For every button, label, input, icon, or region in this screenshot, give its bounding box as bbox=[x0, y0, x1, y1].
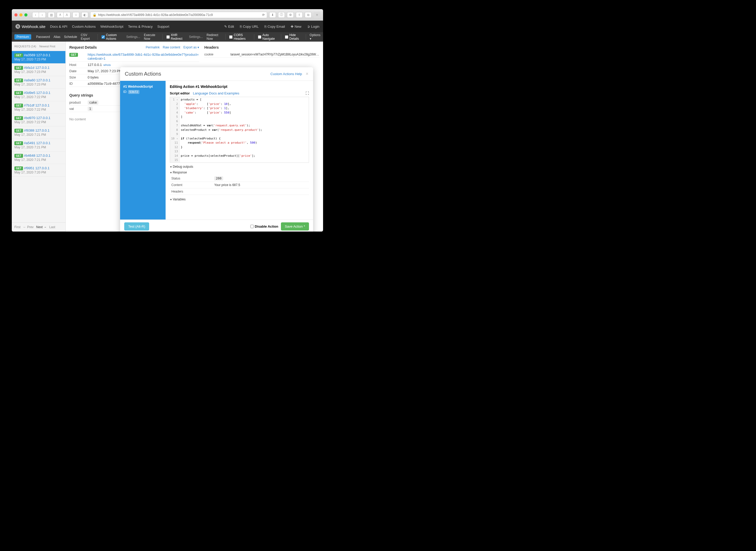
settings-icon[interactable]: ⚙ bbox=[287, 12, 294, 18]
permalink-link[interactable]: Permalink bbox=[146, 45, 160, 49]
whois-link[interactable]: whois bbox=[103, 63, 111, 66]
auto-navigate-toggle[interactable]: Auto Navigate bbox=[258, 33, 277, 41]
response-toggle[interactable]: Response bbox=[170, 170, 309, 174]
request-url[interactable]: https://webhook.site/673a4899-3db1-4d1c-… bbox=[88, 53, 199, 60]
redirect-now-link[interactable]: Redirect Now bbox=[207, 33, 222, 41]
request-item[interactable]: GET#a9a60 127.0.0.1May 17, 2020 7:23 PM bbox=[12, 76, 65, 89]
request-item[interactable]: GET#f8388 127.0.0.1May 17, 2020 7:21 PM bbox=[12, 126, 65, 139]
nav-forward-button[interactable]: › bbox=[39, 12, 46, 18]
reload-icon[interactable]: ⟳ bbox=[262, 13, 265, 17]
share-icon[interactable]: ⇪ bbox=[296, 12, 303, 18]
language-docs-link[interactable]: Language Docs and Examples bbox=[193, 91, 239, 95]
pager-first[interactable]: First bbox=[14, 225, 20, 229]
disable-action-checkbox[interactable] bbox=[250, 225, 254, 228]
sort-order[interactable]: Newest First bbox=[39, 45, 55, 48]
top-nav: ↯ Webhook.site Docs & API Custom Actions… bbox=[12, 21, 323, 32]
login-icon: ➲ bbox=[307, 25, 310, 29]
cors-checkbox[interactable] bbox=[229, 35, 232, 39]
debug-outputs-toggle[interactable]: Debug outputs bbox=[170, 165, 309, 168]
request-details-title: Request Details bbox=[69, 45, 97, 49]
action-item[interactable]: #1 WebhookScript bbox=[123, 84, 162, 88]
custom-actions-checkbox[interactable] bbox=[101, 35, 105, 39]
request-item[interactable]: GET#bd970 127.0.0.1May 17, 2020 7:22 PM bbox=[12, 114, 65, 126]
request-item[interactable]: GET#a5491 127.0.0.1May 17, 2020 7:21 PM bbox=[12, 139, 65, 151]
close-icon[interactable]: × bbox=[305, 71, 308, 77]
action-list-sidebar: #1 WebhookScript ID: 53b72 bbox=[120, 81, 166, 219]
brand-text: Webhook.site bbox=[22, 24, 45, 29]
copy-icon: ⎘ bbox=[240, 25, 242, 29]
nav-terms[interactable]: Terms & Privacy bbox=[128, 25, 153, 29]
custom-actions-help-link[interactable]: Custom Actions Help bbox=[270, 72, 302, 76]
tabs-icon[interactable]: ⧉ bbox=[305, 12, 311, 18]
settings-link[interactable]: Settings... bbox=[126, 35, 140, 39]
brand[interactable]: ↯ Webhook.site bbox=[15, 24, 45, 29]
test-button[interactable]: Test (Alt-R) bbox=[124, 222, 149, 230]
nav-webhookscript[interactable]: WebhookScript bbox=[100, 25, 123, 29]
request-item[interactable]: GET#a3569 127.0.0.1May 17, 2020 7:23 PM bbox=[12, 51, 65, 64]
xhr-checkbox[interactable] bbox=[166, 35, 170, 39]
content-label: Content bbox=[170, 183, 214, 187]
options-dropdown[interactable]: Options ▾ bbox=[310, 33, 320, 41]
request-item[interactable]: GET#f9951 127.0.0.1May 17, 2020 7:20 PM bbox=[12, 164, 65, 176]
execute-now-link[interactable]: Execute Now bbox=[144, 33, 159, 41]
maximize-icon[interactable]: ⛶ bbox=[305, 91, 309, 95]
subnav-alias[interactable]: Alias bbox=[54, 35, 60, 39]
method-badge: GET bbox=[14, 91, 23, 95]
url-bar[interactable]: 🔒 https://webhook.site/#!/673a4899-3db1-… bbox=[90, 12, 267, 18]
download-icon[interactable]: ⬇ bbox=[269, 12, 276, 18]
request-item[interactable]: GET#bfa1d 127.0.0.1May 17, 2020 7:23 PM bbox=[12, 64, 65, 76]
nav-custom-actions[interactable]: Custom Actions bbox=[72, 25, 95, 29]
auto-nav-checkbox[interactable] bbox=[258, 35, 261, 39]
cors-toggle[interactable]: CORS Headers bbox=[229, 33, 250, 41]
method-badge: GET bbox=[14, 166, 23, 170]
hide-details-toggle[interactable]: Hide Details bbox=[285, 33, 302, 41]
maximize-window-icon[interactable] bbox=[24, 13, 27, 16]
xhr-redirect-toggle[interactable]: XHR Redirect bbox=[166, 33, 185, 41]
premium-badge[interactable]: Premium bbox=[14, 34, 31, 39]
export-dropdown[interactable]: Export as ▾ bbox=[183, 45, 199, 49]
request-id: #f8388 127.0.0.1 bbox=[24, 128, 50, 132]
subnav-csv-export[interactable]: CSV Export bbox=[81, 33, 94, 41]
raw-content-link[interactable]: Raw content bbox=[163, 45, 180, 49]
request-item[interactable]: GET#0d9e5 127.0.0.1May 17, 2020 7:22 PM bbox=[12, 89, 65, 101]
text-size-small-button[interactable]: A bbox=[57, 12, 64, 18]
adblock-icon[interactable]: ◐ bbox=[81, 12, 88, 18]
script-editor-label: Script editor bbox=[170, 91, 190, 95]
pager-prev[interactable]: ← Prev bbox=[23, 225, 33, 229]
save-action-button[interactable]: Save Action * bbox=[281, 222, 309, 230]
hide-details-checkbox[interactable] bbox=[285, 35, 288, 39]
minimize-window-icon[interactable] bbox=[19, 13, 22, 16]
copy-email-button[interactable]: ⎘ Copy Email bbox=[264, 25, 285, 29]
info-icon[interactable]: ⓘ bbox=[278, 12, 285, 18]
nav-support[interactable]: Support bbox=[157, 25, 169, 29]
request-date: May 17, 2020 7:23 PM bbox=[14, 58, 63, 61]
code-editor[interactable]: 1 ▾2345678910 ▾111213141516 ▾17181920 ▾2… bbox=[170, 97, 309, 163]
pager-last[interactable]: Last bbox=[49, 225, 55, 229]
new-button[interactable]: ✚ New bbox=[291, 25, 301, 29]
close-window-icon[interactable] bbox=[14, 13, 18, 16]
subnav-password[interactable]: Password bbox=[36, 35, 50, 39]
sub-nav: Premium Password Alias Schedule CSV Expo… bbox=[12, 32, 323, 42]
pager-next[interactable]: Next → bbox=[36, 225, 47, 229]
request-id: #a9a60 127.0.0.1 bbox=[24, 78, 50, 82]
brand-icon: ↯ bbox=[15, 24, 20, 29]
subnav-schedule[interactable]: Schedule bbox=[64, 35, 77, 39]
bookmark-button[interactable]: ☆ bbox=[72, 12, 79, 18]
window-controls[interactable] bbox=[14, 13, 27, 16]
nav-docs[interactable]: Docs & API bbox=[50, 25, 67, 29]
copy-icon: ⎘ bbox=[264, 25, 266, 29]
disable-action-toggle[interactable]: Disable Action bbox=[250, 224, 278, 228]
custom-actions-toggle[interactable]: Custom Actions bbox=[101, 33, 123, 41]
method-badge: GET bbox=[14, 66, 23, 70]
sidebar-toggle-button[interactable]: ▥ bbox=[48, 12, 55, 18]
nav-back-button[interactable]: ‹ bbox=[32, 12, 39, 18]
request-item[interactable]: GET#b4648 127.0.0.1May 17, 2020 7:21 PM bbox=[12, 151, 65, 164]
variables-toggle[interactable]: Variables bbox=[170, 197, 309, 201]
edit-button[interactable]: ✎ Edit bbox=[224, 25, 234, 29]
copy-url-button[interactable]: ⎘ Copy URL bbox=[240, 25, 259, 29]
request-item[interactable]: GET#7b1df 127.0.0.1May 17, 2020 7:22 PM bbox=[12, 101, 65, 114]
xhr-settings-link[interactable]: Settings... bbox=[189, 35, 203, 39]
new-tab-button[interactable]: + bbox=[314, 12, 320, 18]
text-size-large-button[interactable]: A bbox=[64, 12, 70, 18]
login-button[interactable]: ➲ Login bbox=[307, 25, 319, 29]
